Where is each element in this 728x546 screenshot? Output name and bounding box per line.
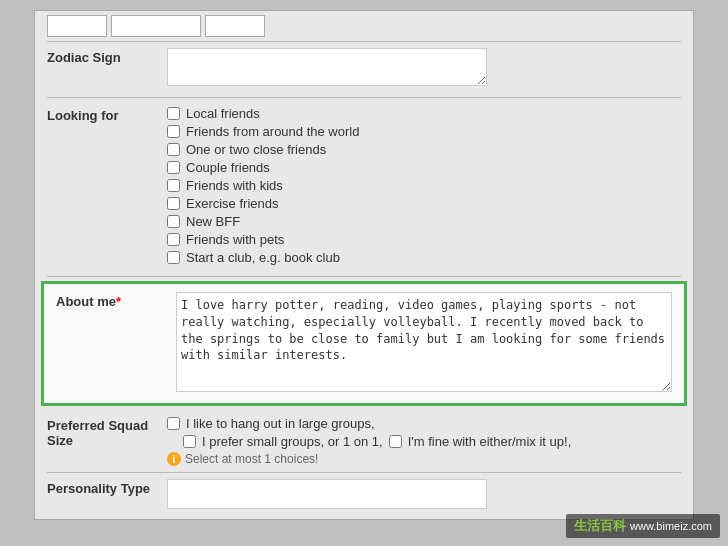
list-item: One or two close friends: [167, 142, 681, 157]
preferred-squad-row: Preferred Squad Size I like to hang out …: [35, 410, 693, 472]
checkbox-close-friends[interactable]: [167, 143, 180, 156]
checkbox-either[interactable]: [389, 435, 402, 448]
squad-label: Preferred Squad Size: [47, 416, 167, 448]
top-inputs: [35, 11, 693, 41]
checkbox-small-groups[interactable]: [183, 435, 196, 448]
squad-note-text: Select at most 1 choices!: [185, 452, 318, 466]
top-input-3[interactable]: [205, 15, 265, 37]
personality-type-row: Personality Type: [35, 473, 693, 519]
checkbox-friends-around-world[interactable]: [167, 125, 180, 138]
option-label-friends-with-kids: Friends with kids: [186, 178, 283, 193]
option-label-exercise-friends: Exercise friends: [186, 196, 278, 211]
looking-for-label: Looking for: [47, 106, 167, 123]
squad-option-either-label: I'm fine with either/mix it up!,: [408, 434, 572, 449]
required-marker: *: [116, 294, 121, 309]
info-icon: i: [167, 452, 181, 466]
zodiac-sign-row: Zodiac Sign: [35, 42, 693, 97]
personality-type-content: [167, 479, 681, 509]
option-label-friends-with-pets: Friends with pets: [186, 232, 284, 247]
about-me-content: [176, 292, 672, 395]
list-item: Friends with kids: [167, 178, 681, 193]
watermark-url: www.bimeiz.com: [630, 520, 712, 532]
list-item: Start a club, e.g. book club: [167, 250, 681, 265]
checkbox-exercise-friends[interactable]: [167, 197, 180, 210]
squad-option-small-label: I prefer small groups, or 1 on 1,: [202, 434, 383, 449]
watermark-logo: 生活百科: [574, 517, 626, 535]
about-me-label: About me*: [56, 292, 176, 309]
squad-content: I like to hang out in large groups, I pr…: [167, 416, 681, 466]
option-label-couple-friends: Couple friends: [186, 160, 270, 175]
about-me-row: About me*: [41, 281, 687, 406]
top-input-2[interactable]: [111, 15, 201, 37]
looking-for-content: Local friends Friends from around the wo…: [167, 106, 681, 268]
checkbox-friends-with-kids[interactable]: [167, 179, 180, 192]
checkbox-local-friends[interactable]: [167, 107, 180, 120]
option-label-new-bff: New BFF: [186, 214, 240, 229]
option-label-close-friends: One or two close friends: [186, 142, 326, 157]
squad-option-large-label: I like to hang out in large groups,: [186, 416, 375, 431]
list-item: Local friends: [167, 106, 681, 121]
squad-select-note: i Select at most 1 choices!: [167, 452, 681, 466]
looking-for-row: Looking for Local friends Friends from a…: [35, 98, 693, 276]
zodiac-sign-label: Zodiac Sign: [47, 48, 167, 65]
checkbox-couple-friends[interactable]: [167, 161, 180, 174]
zodiac-sign-content: [167, 48, 681, 89]
list-item: Couple friends: [167, 160, 681, 175]
page-wrapper: Zodiac Sign Looking for Local friends Fr…: [0, 0, 728, 546]
squad-option-small: I prefer small groups, or 1 on 1, I'm fi…: [167, 434, 681, 449]
option-label-friends-around-world: Friends from around the world: [186, 124, 359, 139]
list-item: Friends with pets: [167, 232, 681, 247]
option-label-start-club: Start a club, e.g. book club: [186, 250, 340, 265]
list-item: Friends from around the world: [167, 124, 681, 139]
list-item: New BFF: [167, 214, 681, 229]
top-input-1[interactable]: [47, 15, 107, 37]
checkbox-large-groups[interactable]: [167, 417, 180, 430]
looking-for-list: Local friends Friends from around the wo…: [167, 106, 681, 265]
checkbox-new-bff[interactable]: [167, 215, 180, 228]
zodiac-sign-input[interactable]: [167, 48, 487, 86]
checkbox-start-club[interactable]: [167, 251, 180, 264]
about-me-input[interactable]: [176, 292, 672, 392]
checkbox-friends-with-pets[interactable]: [167, 233, 180, 246]
form-card: Zodiac Sign Looking for Local friends Fr…: [34, 10, 694, 520]
option-label-local-friends: Local friends: [186, 106, 260, 121]
watermark: 生活百科 www.bimeiz.com: [566, 514, 720, 538]
personality-type-input[interactable]: [167, 479, 487, 509]
personality-type-label: Personality Type: [47, 479, 167, 496]
list-item: Exercise friends: [167, 196, 681, 211]
squad-option-large: I like to hang out in large groups,: [167, 416, 681, 431]
